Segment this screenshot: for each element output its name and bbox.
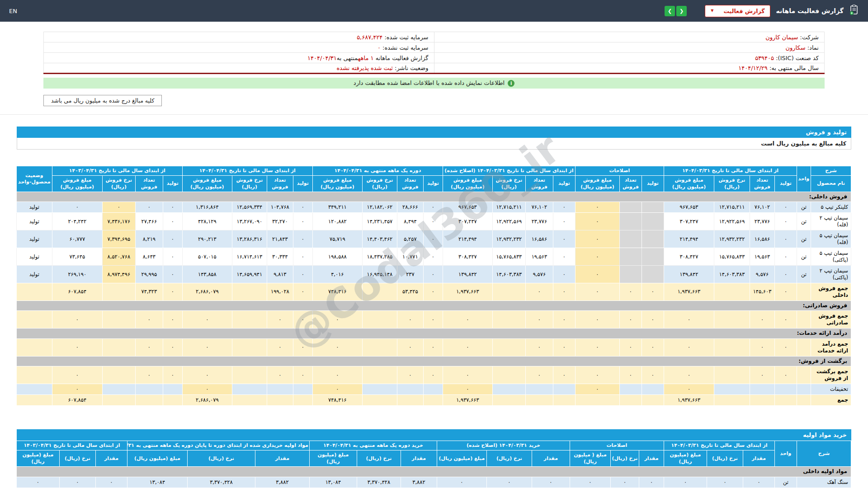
value-cell: ۰ (639, 477, 664, 488)
divider (0, 114, 868, 115)
value-cell: ۰ (750, 311, 775, 328)
table-row: جمع درآمد ارائه خدمات۰۰۰۰۰۰۰۰۰۰۰۰۰۰۰۰۰۰ (16, 338, 851, 356)
value-cell (714, 311, 750, 328)
group-header: دوره یک ماهه منتهی به ۱۴۰۴/۰۴/۳۱ (312, 166, 443, 176)
value-cell: ۱,۹۳۷,۶۶۳ (664, 283, 714, 300)
value-cell: ۰ (486, 477, 532, 488)
column-header: تعداد فروش (525, 176, 553, 192)
column-header: تعداد فروش (135, 176, 163, 192)
value-cell: ۰ (642, 366, 664, 384)
value-cell: ۶۰۷,۸۵۴ (52, 283, 102, 300)
value-cell (362, 366, 397, 384)
value-cell: ۰ (293, 266, 312, 283)
value-cell: ۰ (775, 266, 797, 283)
info-label: وضعیت ناشر: (393, 65, 429, 71)
value-cell: ۱۲۰,۸۸۲ (312, 213, 362, 230)
info-value: ۵,۶۸۷,۴۲۴ (357, 34, 382, 41)
group-header: مواد اولیه خریداری شده از ابتدای دوره تا… (127, 441, 309, 450)
column-header: مبلغ فروش (میلیون ریال) (182, 176, 232, 192)
value-cell: ۰ (423, 366, 443, 384)
company-info-cell: سال مالی منتهی به: ۱۴۰۴/۱۲/۲۹ (434, 63, 825, 74)
value-cell (750, 384, 775, 395)
value-cell: ۱۲,۱۸۲,۰۶۲ (362, 202, 397, 213)
value-cell (714, 395, 750, 406)
column-header: مبلغ ( میلیون ریال) (570, 450, 610, 467)
value-cell: ۸,۶۴۳ (135, 248, 163, 266)
chevron-down-icon: ▼ (711, 9, 713, 13)
value-cell: ۳,۸۸۲ (401, 477, 437, 488)
value-cell: ۰ (182, 338, 232, 356)
value-cell: ۰ (163, 338, 182, 356)
column-header: تعداد فروش (267, 176, 293, 192)
status-cell (16, 311, 52, 328)
value-cell (553, 395, 575, 406)
next-report-button[interactable]: ❯ (676, 6, 687, 16)
value-cell (135, 395, 163, 406)
value-cell: ۲,۶۸۶,۰۷۹ (182, 395, 232, 406)
value-cell: ۰ (182, 311, 232, 328)
value-cell: ۰ (52, 384, 102, 395)
section-label: مواد اولیه داخلی (16, 466, 851, 477)
value-cell: ۲۰۴,۲۴۲ (52, 213, 102, 230)
value-cell: ۰ (397, 311, 423, 328)
report-document-icon[interactable] (849, 5, 859, 17)
purchase-table: شرحواحداز ابتدای سال مالی تا تاریخ ۱۴۰۴/… (16, 441, 851, 488)
value-cell: ۱۲,۷۱۵,۲۱۱ (714, 202, 750, 213)
value-cell: ۰ (553, 266, 575, 283)
value-cell: ۰ (775, 202, 797, 213)
report-type-dropdown[interactable]: گزارش فعالیت ▼ (705, 5, 770, 17)
value-cell (750, 395, 775, 406)
value-cell: ۷,۳۹۴,۶۹۵ (102, 230, 135, 248)
value-cell (102, 338, 135, 356)
value-cell: ۳۰۷,۲۴۷ (443, 213, 492, 230)
value-cell: ۵۳,۴۲۵ (397, 283, 423, 300)
row-label: جمع فروش صادراتی (811, 311, 851, 328)
value-cell: ۱۲,۹۳۲,۲۳۲ (492, 230, 525, 248)
value-cell: ۰ (775, 213, 797, 230)
column-header: مقدار (743, 450, 775, 467)
value-cell: ۰ (163, 213, 182, 230)
column-header: نرخ فروش (ریال) (492, 176, 525, 192)
value-cell: ۰ (642, 311, 664, 328)
value-cell: ۶۰۷,۸۵۴ (52, 395, 102, 406)
product-header: نام محصول (811, 176, 851, 192)
info-label: نماد: (806, 44, 819, 51)
value-cell: ۰ (575, 338, 619, 356)
value-cell: ۰ (267, 366, 293, 384)
status-cell (16, 395, 52, 406)
value-cell: ۱۲,۵۶۹,۳۳۴ (232, 202, 267, 213)
value-cell: ۱,۹۳۷,۶۶۳ (664, 395, 714, 406)
table-row: جمع فروش صادراتی۰۰۰۰۰۰۰۰۰۰۰۰۰۰۰۰۰۰ (16, 311, 851, 328)
column-header: مبلغ فروش (میلیون ریال) (443, 176, 492, 192)
value-cell (163, 384, 182, 395)
value-cell: ۰ (423, 202, 443, 213)
value-cell (619, 395, 642, 406)
value-cell (267, 384, 293, 395)
column-header: نرخ فروش (ریال) (232, 176, 267, 192)
value-cell (775, 384, 797, 395)
column-header: نرخ (ریال) (187, 450, 255, 467)
value-cell: ۰ (775, 248, 797, 266)
value-cell: ۷۶,۱۰۲ (525, 202, 553, 213)
value-cell: ۳۴۹,۲۱۱ (312, 202, 362, 213)
prev-report-button[interactable]: ❮ (665, 6, 675, 16)
value-cell: ۰ (135, 366, 163, 384)
value-cell (714, 384, 750, 395)
sales-table: شرحواحداز ابتدای سال مالی تا تاریخ ۱۴۰۴/… (16, 166, 851, 406)
unit-cell: تن (797, 248, 811, 266)
info-label: سرمایه ثبت شده: (382, 34, 428, 41)
value-cell: ۰ (293, 213, 312, 230)
column-header: نرخ فروش (ریال) (102, 176, 135, 192)
value-cell: ۱۲,۷۱۵,۲۱۱ (492, 202, 525, 213)
report-document-icon-svg (849, 5, 859, 15)
value-cell (575, 395, 619, 406)
language-toggle[interactable]: EN (9, 8, 17, 14)
section-row: فروش داخلی: (16, 192, 851, 202)
value-cell: ۱۵,۷۶۵,۸۳۳ (492, 248, 525, 266)
value-cell (362, 338, 397, 356)
value-cell: ۷۵,۷۱۹ (312, 230, 362, 248)
unit-cell: تن (797, 266, 811, 283)
value-cell: ۰ (642, 283, 664, 300)
value-cell (525, 384, 553, 395)
value-cell: ۰ (575, 384, 619, 395)
